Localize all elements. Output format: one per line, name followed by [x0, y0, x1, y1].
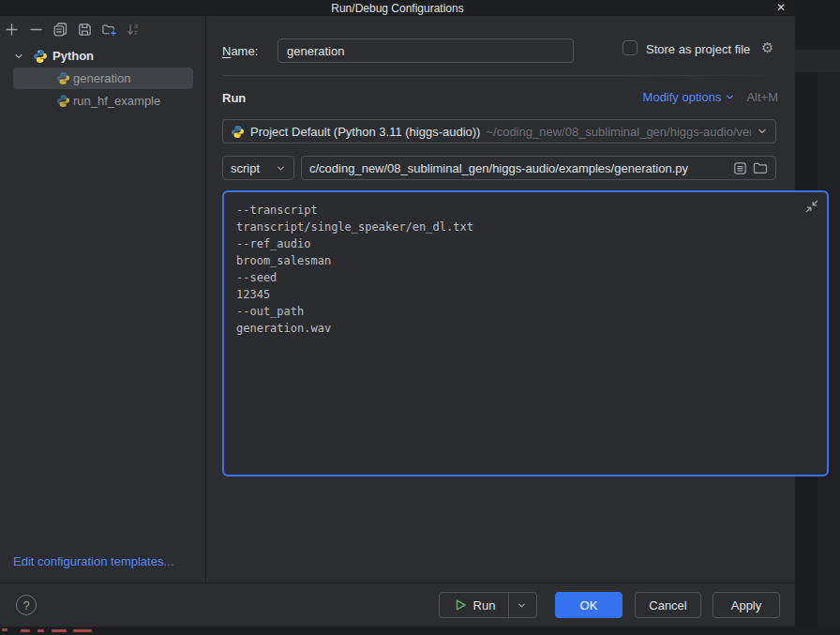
chevron-down-icon[interactable] [13, 51, 24, 62]
ok-button[interactable]: OK [555, 592, 622, 618]
chevron-down-icon [725, 92, 735, 102]
target-kind-select[interactable]: script [222, 156, 294, 180]
script-path-value: c/coding_new/08_subliminal_gen/higgs-aud… [309, 161, 728, 175]
dialog-footer: ? Run OK Cancel Apply [0, 582, 795, 627]
dialog-title: Run/Debug Configurations [0, 2, 795, 15]
browse-folder-icon[interactable] [753, 161, 768, 174]
run-split-button[interactable]: Run [439, 592, 537, 618]
background-red-text-fragment [21, 629, 30, 632]
chevron-down-icon [757, 126, 768, 137]
new-folder-icon [101, 22, 117, 38]
copy-configuration-button[interactable] [52, 22, 68, 38]
script-parameters-editor[interactable]: --transcript transcript/single_speaker/e… [222, 190, 829, 476]
add-configuration-button[interactable] [4, 22, 20, 38]
copy-icon [52, 22, 68, 38]
tree-item-run-hf-example[interactable]: run_hf_example [56, 90, 160, 112]
run-button[interactable]: Run [442, 593, 509, 617]
python-icon [33, 49, 48, 64]
cancel-button[interactable]: Cancel [635, 592, 701, 618]
modify-options-link[interactable]: Modify options [643, 90, 736, 104]
insert-macros-icon[interactable] [733, 161, 747, 175]
python-interpreter-select[interactable]: Project Default (Python 3.11 (higgs-audi… [222, 119, 776, 144]
plus-icon [4, 22, 20, 38]
collapse-field-icon[interactable] [804, 199, 819, 214]
configurations-toolbar: a z [4, 18, 142, 40]
interpreter-name: Project Default (Python 3.11 (higgs-audi… [250, 125, 480, 139]
tree-item-label: generation [73, 71, 130, 85]
store-options-gear-button[interactable]: ⚙▾ [761, 40, 840, 55]
background-red-text-fragment [52, 629, 67, 632]
apply-button[interactable]: Apply [712, 592, 780, 618]
chevron-down-icon [517, 600, 527, 611]
name-input[interactable] [278, 38, 574, 63]
play-icon [455, 598, 467, 612]
chevron-down-icon [276, 163, 286, 174]
section-divider [222, 75, 781, 76]
run-button-label: Run [473, 598, 496, 612]
run-debug-configurations-window: Run/Debug Configurations ✕ [0, 0, 840, 635]
minus-icon [28, 22, 44, 38]
python-icon [231, 125, 245, 139]
run-section-title: Run [222, 91, 246, 105]
dialog-titlebar: Run/Debug Configurations ✕ [0, 0, 795, 16]
tree-group-label: Python [52, 49, 94, 63]
sidebar-separator [205, 16, 206, 582]
tree-item-label: run_hf_example [73, 94, 160, 108]
new-folder-button[interactable] [101, 22, 117, 38]
store-as-project-file-label: Store as project file [646, 42, 750, 56]
save-icon [77, 22, 93, 38]
store-as-project-file-checkbox[interactable] [622, 40, 638, 55]
target-kind-value: script [231, 161, 260, 175]
sort-configurations-button[interactable]: a z [126, 22, 142, 38]
script-path-field[interactable]: c/coding_new/08_subliminal_gen/higgs-aud… [301, 156, 776, 180]
interpreter-path: ~/coding_new/08_subliminal_gen/higgs-aud… [486, 125, 751, 139]
script-parameters-text[interactable]: --transcript transcript/single_speaker/e… [236, 202, 799, 467]
svg-text:z: z [134, 29, 137, 36]
close-icon[interactable]: ✕ [773, 1, 788, 15]
name-label: Name: [222, 44, 258, 58]
edit-configuration-templates-link[interactable]: Edit configuration templates... [13, 554, 173, 568]
save-configuration-button[interactable] [77, 22, 93, 38]
remove-configuration-button[interactable] [28, 22, 44, 38]
tree-item-generation[interactable]: generation [56, 68, 130, 89]
modify-options-shortcut: Alt+M [746, 90, 778, 104]
background-bottom-strip [0, 627, 840, 635]
sort-alphabetically-icon: a z [126, 22, 142, 38]
python-icon [56, 94, 70, 108]
background-red-text-fragment [2, 628, 8, 631]
background-red-text-fragment [38, 629, 44, 632]
run-options-arrow-button[interactable] [509, 593, 533, 617]
background-red-text-fragment [73, 629, 92, 632]
tree-group-python[interactable]: Python [13, 45, 94, 67]
python-icon [56, 71, 70, 85]
help-button[interactable]: ? [16, 595, 37, 615]
modify-options-group: Modify options Alt+M [643, 90, 778, 104]
svg-text:a: a [134, 23, 138, 29]
